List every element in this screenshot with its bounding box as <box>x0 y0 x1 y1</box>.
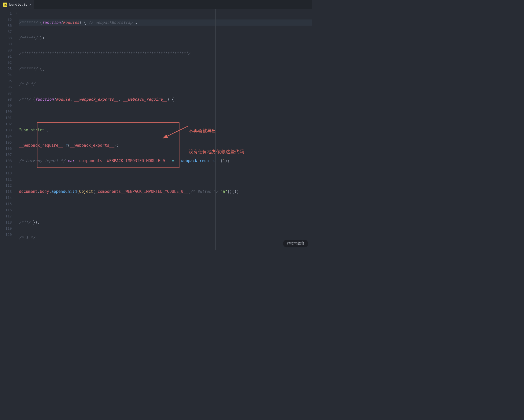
line-number: 113 <box>0 188 14 195</box>
code-line: /* 1 */ <box>19 235 312 241</box>
code-line: /***/ }), <box>19 219 312 225</box>
code-line <box>19 204 312 210</box>
fold-gutter: › <box>14 9 19 250</box>
line-number: 118 <box>0 219 14 225</box>
annotation-line: 没有任何地方依赖这些代码 <box>189 148 244 155</box>
line-number: 108 <box>0 158 14 164</box>
close-icon[interactable]: × <box>29 3 31 7</box>
code-line: /* harmony import */ var _components__WE… <box>19 158 312 164</box>
line-number: 85 <box>0 16 14 23</box>
line-number: 91 <box>0 53 14 59</box>
line-number: 99 <box>0 102 14 109</box>
js-file-icon: JS <box>3 3 7 7</box>
line-number: 86 <box>0 23 14 29</box>
tab-filename: bundle.js <box>9 3 27 6</box>
code-line: document.body.appendChild(Object(_compon… <box>19 188 312 195</box>
line-number: 97 <box>0 90 14 96</box>
code-line: /******/ (function(modules) { // webpack… <box>19 19 312 26</box>
tab-bar: JS bundle.js × <box>0 0 312 9</box>
line-number-gutter: 1 85 86 87 88 89 90 91 92 93 94 95 96 97… <box>0 9 14 250</box>
line-number: 119 <box>0 225 14 232</box>
line-number: 98 <box>0 96 14 102</box>
line-number: 1 <box>0 10 14 16</box>
code-line: /******/ ([ <box>19 66 312 72</box>
code-line: /***************************************… <box>19 50 312 56</box>
line-number: 87 <box>0 29 14 35</box>
line-number: 89 <box>0 41 14 47</box>
line-number: 92 <box>0 59 14 66</box>
code-line: /***/ (function(module, __webpack_export… <box>19 96 312 102</box>
line-number: 103 <box>0 127 14 133</box>
line-number: 109 <box>0 164 14 170</box>
fold-indicator-icon[interactable]: › <box>14 10 19 16</box>
code-editor[interactable]: 1 85 86 87 88 89 90 91 92 93 94 95 96 97… <box>0 9 312 250</box>
code-line: "use strict"; <box>19 127 312 133</box>
line-number: 101 <box>0 115 14 121</box>
line-number: 88 <box>0 35 14 41</box>
code-line <box>19 112 312 118</box>
code-line <box>19 173 312 179</box>
line-number: 96 <box>0 84 14 90</box>
line-number: 110 <box>0 170 14 176</box>
line-number: 93 <box>0 66 14 72</box>
line-number: 114 <box>0 195 14 201</box>
line-number: 100 <box>0 109 14 115</box>
code-line: /******/ }) <box>19 35 312 41</box>
tab-bundle-js[interactable]: JS bundle.js × <box>0 0 34 9</box>
code-area[interactable]: /******/ (function(modules) { // webpack… <box>19 9 312 250</box>
line-number: 90 <box>0 47 14 53</box>
code-line: __webpack_require__.r(__webpack_exports_… <box>19 142 312 149</box>
line-number: 105 <box>0 139 14 145</box>
line-number: 107 <box>0 152 14 158</box>
line-number: 112 <box>0 182 14 188</box>
line-number: 94 <box>0 72 14 78</box>
code-line: /* 0 */ <box>19 81 312 87</box>
line-number: 120 <box>0 232 14 238</box>
line-number: 115 <box>0 201 14 207</box>
line-number: 95 <box>0 78 14 84</box>
line-number: 102 <box>0 121 14 127</box>
line-number: 117 <box>0 213 14 219</box>
watermark-badge: @拉勾教育 <box>283 240 308 247</box>
line-number: 104 <box>0 133 14 139</box>
line-number: 106 <box>0 145 14 152</box>
line-number: 111 <box>0 176 14 182</box>
line-number: 116 <box>0 207 14 213</box>
